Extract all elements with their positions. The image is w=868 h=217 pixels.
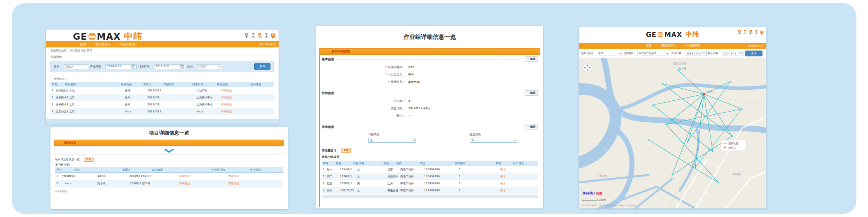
end-date-label: 截止日期： bbox=[708, 52, 721, 55]
logo-text-max: MAX bbox=[97, 32, 121, 42]
main-nav: 首页 项目管理▼ 作业组管理 GeoMax中国 bbox=[46, 41, 279, 47]
project-select[interactable]: 中纬新产品演示▼ bbox=[638, 51, 670, 56]
column-header: 权限 bbox=[495, 161, 512, 165]
nav-item-home[interactable]: 首页 bbox=[80, 42, 86, 47]
workgroup-detail-window: 作业组详细信息一览 用户详细信息 基本信息 ✎ 编辑 *作业组名称： 中纬 bbox=[316, 26, 543, 208]
edit-basic-button[interactable]: ✎ 编辑 bbox=[525, 56, 538, 62]
legend-item: 测量点 bbox=[728, 146, 736, 149]
table-footer-strip bbox=[46, 119, 279, 124]
table-row: 4北京办公室 北京leica 2017/7/11 leica 详细信息 bbox=[50, 108, 274, 115]
workgroup-detail-link[interactable]: 详细信息 bbox=[179, 182, 190, 186]
track-map-window: GE MAX 中纬 首页 项目管理▼ 作业组管理 GeoMax中国 选择作业组： bbox=[579, 27, 766, 208]
project-detail-link[interactable]: 详细信息 bbox=[221, 89, 232, 92]
form-field: 总人数： 4 bbox=[322, 99, 538, 103]
view-workload-button[interactable]: 查看 bbox=[341, 148, 351, 153]
map-pan-compass-icon[interactable] bbox=[583, 63, 592, 72]
svg-text:Baidu: Baidu bbox=[582, 191, 595, 195]
available-members-label: 可选成员： bbox=[368, 133, 416, 136]
table-row: 3徕卡技术中心测试 北京徐斌 2017/7/6 上海技术中心 详细信息 bbox=[50, 101, 274, 108]
chosen-members-label: 已选成员： bbox=[470, 133, 517, 136]
project-select-label: 选择项目： bbox=[624, 52, 636, 55]
keyword-input[interactable] bbox=[64, 64, 88, 69]
map-place-label: 申江路 bbox=[599, 175, 607, 178]
chevron-down-icon: ▼ bbox=[514, 139, 516, 142]
project-query-window: GE MAX 中纬 首页 项目管理▼ 作业组管理 GeoMax中国 您当前的位置… bbox=[46, 30, 279, 124]
table-row: 1上海测量组1 吴毅凡2014年11月29日 详细信息 查看轨迹 bbox=[55, 173, 283, 180]
column-header: 项目名称 bbox=[64, 82, 120, 86]
view-track-link[interactable]: 查看轨迹 bbox=[228, 182, 239, 186]
expand-collapse-band[interactable] bbox=[54, 146, 284, 155]
column-header: 员工信息 bbox=[512, 161, 538, 165]
calendar-icon bbox=[132, 65, 135, 68]
column-header: 性别 bbox=[382, 161, 395, 165]
chevron-down-icon: ▼ bbox=[619, 52, 621, 55]
nav-item-project-mgmt[interactable]: 项目管理▼ bbox=[95, 42, 110, 47]
employee-detail-link[interactable]: 详情 bbox=[500, 168, 505, 171]
view-workgroups-button[interactable]: 查看 bbox=[84, 157, 94, 162]
table-row: 2徕卡技术中心测试 北京徐斌 2017/7/6 上海技术中心 详细信息 bbox=[50, 94, 274, 101]
current-members-label: 当前小组成员 bbox=[322, 155, 538, 159]
map-attribution: © 2017 Baidu - GS(2016)2089号 - Data © 长地… bbox=[582, 204, 636, 207]
map-canvas[interactable]: 测量1 高架立交桥 连乡路 申江路 罗山路 bbox=[579, 58, 766, 208]
surveying-instrument-icon bbox=[737, 30, 742, 35]
form-field: *小组负责人： 中纬 bbox=[322, 73, 538, 77]
workgroup-detail-link[interactable]: 详细信息 bbox=[179, 174, 190, 178]
column-header: 项目地点 bbox=[120, 82, 142, 86]
end-date-label: 结束日期： bbox=[139, 65, 152, 68]
start-date-input[interactable]: 2015-03-21 bbox=[685, 51, 707, 56]
nav-item-workgroup-mgmt[interactable]: 作业组管理 bbox=[120, 42, 135, 47]
column-header: 项目信息 bbox=[249, 82, 274, 86]
svg-text:200米: 200米 bbox=[599, 198, 606, 201]
end-date-input[interactable]: 2017-8-21 bbox=[722, 51, 743, 56]
members-section-header: 成员信息 ✎ 编辑 bbox=[322, 124, 538, 130]
calendar-icon bbox=[739, 52, 742, 55]
edit-members-button[interactable]: ✎ 编辑 bbox=[525, 124, 538, 130]
keyword-label: 搜索： bbox=[54, 65, 62, 68]
start-date-input[interactable]: 2016-8-21 bbox=[106, 64, 137, 69]
chevron-down-icon: ▼ bbox=[667, 52, 669, 55]
extra-info-section-header: 附加信息 ✎ 编辑 bbox=[322, 90, 538, 96]
end-date-input[interactable]: 2017-8-21 bbox=[154, 64, 185, 69]
employee-detail-link[interactable]: 详情 bbox=[500, 182, 505, 185]
category-select[interactable]: 请选择 ▼ bbox=[197, 64, 221, 69]
search-button[interactable]: 查询 bbox=[254, 63, 270, 70]
project-detail-link[interactable]: 详细信息 bbox=[221, 96, 232, 99]
project-detail-link[interactable]: 详细信息 bbox=[221, 103, 232, 106]
employee-detail-link[interactable]: 详情 bbox=[500, 175, 505, 178]
chosen-members-select[interactable]: 孙一 ▼ bbox=[470, 138, 517, 143]
view-track-link[interactable]: 查看轨迹 bbox=[228, 174, 239, 178]
surveying-instrument-icon bbox=[748, 30, 753, 35]
globe-icon bbox=[657, 32, 664, 38]
table-row: 1深圳踏勘项目 大冶任伟 2017/3/22 大冶市政 详细信息 bbox=[50, 87, 274, 94]
nav-item-workgroup-mgmt[interactable]: 作业组管理 bbox=[685, 44, 700, 48]
column-header: 序号 bbox=[322, 161, 334, 165]
projects-table: 序号项目名称项目地点负责人开始时间结束时间项目业主项目信息 1深圳踏勘项目 大冶… bbox=[50, 82, 274, 115]
surveying-instrument-icon bbox=[754, 30, 759, 35]
table-header-row: 序号姓名出生日期性别籍贯职位联系电话权限员工信息 bbox=[322, 161, 538, 166]
surveying-instrument-icon bbox=[270, 32, 275, 38]
map-search-button[interactable]: 查询 bbox=[745, 51, 762, 56]
background-canvas: GE MAX 中纬 首页 项目管理▼ 作业组管理 GeoMax中国 您当前的位置… bbox=[12, 3, 856, 214]
map-place-label: 罗山路 bbox=[733, 173, 741, 176]
edit-extra-button[interactable]: ✎ 编辑 bbox=[525, 90, 538, 96]
section-title: 项目查询 bbox=[50, 55, 62, 59]
table-row: 2leica 刘小试2016年2月24日 详细信息 查看轨迹 bbox=[55, 180, 283, 187]
survey-marker[interactable] bbox=[703, 93, 705, 95]
joined-groups-label: 参与作业组 bbox=[55, 163, 70, 167]
nav-item-project-mgmt[interactable]: 项目管理▼ bbox=[661, 44, 675, 48]
surveying-instrument-icon bbox=[257, 32, 262, 38]
logo-text-max: MAX bbox=[664, 31, 682, 38]
workgroup-select[interactable]: 中纬▼ bbox=[597, 51, 622, 56]
form-field: 成立日期： 2014年12月9日 bbox=[322, 107, 538, 110]
available-members-select[interactable]: 张一 ▼ bbox=[368, 138, 416, 143]
page-title: 项目详细信息一览 bbox=[50, 130, 288, 136]
table-footer-note: 共2条数据 bbox=[55, 190, 67, 193]
table-header-row: 序号组名负责人成立时间作业组详情作业轨迹 bbox=[55, 167, 283, 173]
column-header: 序号 bbox=[50, 82, 64, 86]
members-table: 序号姓名出生日期性别籍贯职位联系电话权限员工信息 1孙一 1974/6/1女 江… bbox=[322, 161, 538, 194]
nav-item-home[interactable]: 首页 bbox=[645, 44, 651, 48]
survey-marker-label: 测量1 bbox=[707, 90, 714, 93]
project-detail-link[interactable]: 详细信息 bbox=[221, 110, 232, 113]
column-header: 作业轨迹 bbox=[249, 168, 283, 172]
employee-detail-link[interactable]: 详情 bbox=[500, 189, 505, 192]
